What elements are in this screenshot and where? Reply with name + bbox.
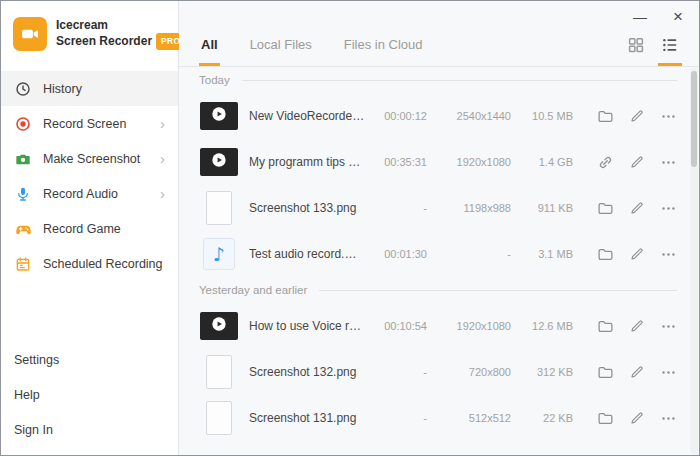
sidebar-footer-menu: Settings Help Sign In xyxy=(1,342,178,455)
play-icon xyxy=(211,106,227,126)
sidebar-item-scheduled-recording[interactable]: Scheduled Recording xyxy=(1,246,178,281)
thumbnail-cell xyxy=(199,312,239,340)
file-name: How to use Voice recorder.mp4 xyxy=(249,319,365,333)
close-button[interactable]: × xyxy=(673,10,683,24)
sidebar-menu: History Record Screen › Make Screenshot … xyxy=(1,65,178,342)
more-icon[interactable] xyxy=(660,154,677,171)
more-icon[interactable] xyxy=(660,108,677,125)
folder-icon[interactable] xyxy=(597,410,614,427)
grid-view-icon[interactable] xyxy=(627,36,645,66)
row-actions xyxy=(597,108,677,125)
video-thumbnail[interactable] xyxy=(200,148,238,176)
file-size: 911 KB xyxy=(521,202,573,214)
file-row[interactable]: New VideoRecorder lifehacks.mp4 00:00:12… xyxy=(199,93,677,139)
file-resolution: 1198x988 xyxy=(437,202,511,214)
video-thumbnail[interactable] xyxy=(200,312,238,340)
sidebar-item-record-screen[interactable]: Record Screen › xyxy=(1,106,178,141)
file-row[interactable]: ♪ Test audio record.mp3 00:01:30 - 3.1 M… xyxy=(199,231,677,277)
more-icon[interactable] xyxy=(660,200,677,217)
file-resolution: - xyxy=(437,248,511,260)
file-resolution: 720x800 xyxy=(437,366,511,378)
thumbnail-cell xyxy=(199,148,239,176)
section-title-label: Yesterday and earlier xyxy=(199,284,307,296)
more-icon[interactable] xyxy=(660,246,677,263)
file-row[interactable]: Screenshot 133.png - 1198x988 911 KB xyxy=(199,185,677,231)
thumbnail-cell xyxy=(199,355,239,389)
sidebar-item-label: Record Game xyxy=(43,222,121,236)
record-icon xyxy=(14,116,32,132)
audio-thumbnail[interactable]: ♪ xyxy=(203,238,235,270)
link-icon[interactable] xyxy=(597,154,614,171)
file-row[interactable]: My programm tips & lifehacks.mp4 00:35:3… xyxy=(199,139,677,185)
image-thumbnail[interactable] xyxy=(206,191,232,225)
edit-icon[interactable] xyxy=(629,108,645,124)
sidebar-item-label: Help xyxy=(14,388,40,402)
more-icon[interactable] xyxy=(660,410,677,427)
app-window: Icecream Screen RecorderPRO History Reco… xyxy=(0,0,700,456)
file-row[interactable]: Screenshot 131.png - 512x512 22 KB xyxy=(199,395,677,441)
video-thumbnail[interactable] xyxy=(200,102,238,130)
tab-all[interactable]: All xyxy=(199,37,220,66)
file-row[interactable]: Screenshot 132.png - 720x800 312 KB xyxy=(199,349,677,395)
edit-icon[interactable] xyxy=(629,318,645,334)
folder-icon[interactable] xyxy=(597,108,614,125)
window-controls: — × xyxy=(633,10,683,24)
row-actions xyxy=(597,318,677,335)
image-thumbnail[interactable] xyxy=(206,401,232,435)
more-icon[interactable] xyxy=(660,318,677,335)
sidebar: Icecream Screen RecorderPRO History Reco… xyxy=(1,1,179,455)
sidebar-item-history[interactable]: History xyxy=(1,71,178,106)
camera-icon xyxy=(14,151,32,167)
more-icon[interactable] xyxy=(660,364,677,381)
thumbnail-cell xyxy=(199,191,239,225)
sidebar-item-settings[interactable]: Settings xyxy=(1,342,178,377)
sidebar-item-label: Record Audio xyxy=(43,187,118,201)
scrollbar[interactable] xyxy=(690,68,698,454)
file-size: 1.4 GB xyxy=(521,156,573,168)
edit-icon[interactable] xyxy=(629,154,645,170)
file-row[interactable]: How to use Voice recorder.mp4 00:10:54 1… xyxy=(199,303,677,349)
view-toggles xyxy=(627,36,679,66)
row-actions xyxy=(597,364,677,381)
app-logo-icon xyxy=(13,17,47,51)
file-resolution: 1920x1080 xyxy=(437,156,511,168)
app-title-line2: Screen Recorder xyxy=(56,34,152,48)
file-size: 12.6 MB xyxy=(521,320,573,332)
edit-icon[interactable] xyxy=(629,200,645,216)
edit-icon[interactable] xyxy=(629,410,645,426)
edit-icon[interactable] xyxy=(629,364,645,380)
file-size: 312 KB xyxy=(521,366,573,378)
edit-icon[interactable] xyxy=(629,246,645,262)
tab-header: AllLocal FilesFiles in Cloud xyxy=(179,1,699,67)
scrollbar-thumb[interactable] xyxy=(691,71,697,167)
folder-icon[interactable] xyxy=(597,364,614,381)
folder-icon[interactable] xyxy=(597,200,614,217)
sidebar-item-sign-in[interactable]: Sign In xyxy=(1,412,178,447)
tab-local-files[interactable]: Local Files xyxy=(248,37,314,66)
folder-icon[interactable] xyxy=(597,246,614,263)
calendar-icon xyxy=(14,256,32,272)
list-view-icon[interactable] xyxy=(661,36,679,66)
file-duration: 00:10:54 xyxy=(375,320,427,332)
sidebar-item-make-screenshot[interactable]: Make Screenshot › xyxy=(1,141,178,176)
sidebar-item-record-game[interactable]: Record Game xyxy=(1,211,178,246)
minimize-button[interactable]: — xyxy=(633,10,647,24)
sidebar-item-help[interactable]: Help xyxy=(1,377,178,412)
file-resolution: 512x512 xyxy=(437,412,511,424)
file-size: 22 KB xyxy=(521,412,573,424)
mic-icon xyxy=(14,186,32,202)
app-brand: Icecream Screen RecorderPRO xyxy=(1,1,178,65)
file-duration: 00:35:31 xyxy=(375,156,427,168)
file-name: New VideoRecorder lifehacks.mp4 xyxy=(249,109,365,123)
file-resolution: 2540x1440 xyxy=(437,110,511,122)
chevron-right-icon: › xyxy=(160,186,165,201)
tab-files-in-cloud[interactable]: Files in Cloud xyxy=(342,37,425,66)
main-area: — × AllLocal FilesFiles in Cloud Today N… xyxy=(179,1,699,455)
chevron-right-icon: › xyxy=(160,151,165,166)
row-actions xyxy=(597,246,677,263)
sidebar-item-record-audio[interactable]: Record Audio › xyxy=(1,176,178,211)
image-thumbnail[interactable] xyxy=(206,355,232,389)
thumbnail-cell xyxy=(199,102,239,130)
folder-icon[interactable] xyxy=(597,318,614,335)
sidebar-item-label: Sign In xyxy=(14,423,53,437)
